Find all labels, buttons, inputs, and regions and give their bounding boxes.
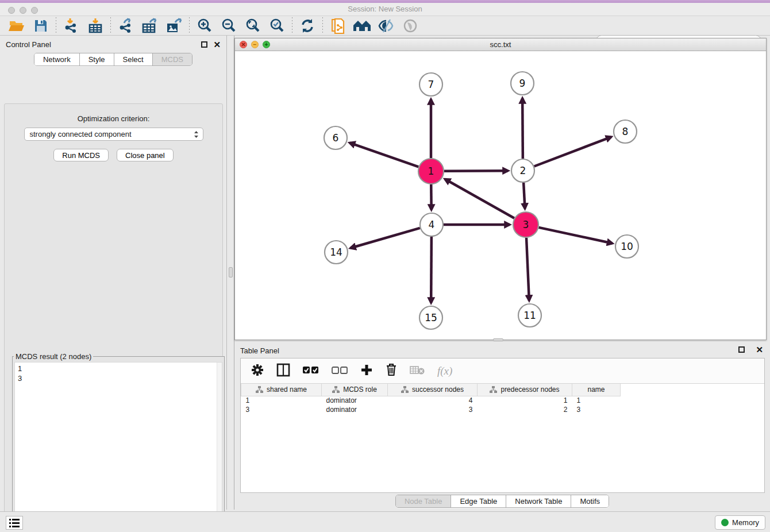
main-toolbar xyxy=(0,16,770,36)
close-window-icon[interactable] xyxy=(8,7,15,14)
export-network-icon[interactable] xyxy=(114,17,138,35)
tab-edge-table[interactable]: Edge Table xyxy=(451,495,506,507)
mcds-result-title: MCDS result (2 nodes) xyxy=(14,352,93,361)
node-label-11: 11 xyxy=(523,310,536,321)
table-row[interactable]: 3 dominator 3 2 3 xyxy=(241,405,765,414)
column-header[interactable]: name xyxy=(572,384,621,396)
mcds-panel: Optimization criterion: strongly connect… xyxy=(4,103,223,532)
select-all-icon[interactable] xyxy=(303,366,319,376)
export-image-icon[interactable] xyxy=(162,17,186,35)
table-toolbar: f(x) xyxy=(241,358,764,384)
edge-2-9[interactable] xyxy=(522,98,523,159)
import-table-icon[interactable] xyxy=(83,17,107,35)
column-header[interactable]: MCDS role xyxy=(322,384,388,396)
network-window-titlebar[interactable]: ✕ − + scc.txt xyxy=(235,38,766,51)
clone-document-icon[interactable] xyxy=(326,17,350,35)
export-table-icon[interactable] xyxy=(138,17,162,35)
toolbar-separator xyxy=(56,17,56,34)
tab-style[interactable]: Style xyxy=(80,53,114,65)
edge-2-8[interactable] xyxy=(534,137,611,166)
edge-3-1[interactable] xyxy=(445,179,514,218)
optimization-criterion-label: Optimization criterion: xyxy=(5,114,222,123)
tab-mcds[interactable]: MCDS xyxy=(153,53,192,65)
minimize-network-icon[interactable]: − xyxy=(251,41,259,48)
node-label-14: 14 xyxy=(330,246,342,258)
network-title: scc.txt xyxy=(235,38,766,51)
gear-icon[interactable] xyxy=(251,364,264,379)
zoom-window-icon[interactable] xyxy=(31,7,38,14)
edge-4-14[interactable] xyxy=(351,228,420,248)
list-icon xyxy=(9,519,20,527)
node-label-8: 8 xyxy=(622,126,629,137)
node-label-15: 15 xyxy=(425,312,437,323)
houses-icon[interactable] xyxy=(350,17,374,35)
node-label-7: 7 xyxy=(428,79,434,90)
float-panel-icon[interactable] xyxy=(201,41,207,48)
tab-motifs[interactable]: Motifs xyxy=(571,495,609,507)
table-panel: Table Panel ✕ xyxy=(234,342,770,510)
zoom-selected-icon[interactable] xyxy=(265,17,289,35)
control-panel-tabs: Network Style Select MCDS xyxy=(34,53,192,66)
tab-network-table[interactable]: Network Table xyxy=(506,495,571,507)
titlebar: Session: New Session xyxy=(0,3,770,16)
memory-button[interactable]: Memory xyxy=(715,515,765,530)
edge-1-2[interactable] xyxy=(444,171,508,171)
half-eye-icon[interactable] xyxy=(374,17,398,35)
zoom-in-icon[interactable] xyxy=(192,17,217,35)
clear-selection-icon[interactable] xyxy=(332,366,348,376)
close-table-panel-icon[interactable]: ✕ xyxy=(756,345,763,354)
refresh-layout-icon[interactable] xyxy=(295,17,319,35)
task-list-button[interactable] xyxy=(6,516,23,530)
node-label-2: 2 xyxy=(520,165,526,176)
control-panel: Control Panel ✕ Network Style Select MCD… xyxy=(0,36,227,510)
node-label-6: 6 xyxy=(333,132,339,144)
mcds-result-text[interactable]: 1 3 xyxy=(14,362,222,532)
tab-network[interactable]: Network xyxy=(34,53,80,65)
column-header[interactable]: shared name xyxy=(241,384,322,396)
optimization-criterion-select[interactable]: strongly connected component xyxy=(24,128,203,141)
window-title: Session: New Session xyxy=(0,3,770,16)
edge-3-10[interactable] xyxy=(538,228,612,244)
zoom-fit-icon[interactable] xyxy=(241,17,265,35)
control-panel-title: Control Panel xyxy=(6,40,51,49)
vertical-splitter[interactable] xyxy=(227,36,234,510)
float-table-panel-icon[interactable] xyxy=(738,346,745,353)
tab-node-table[interactable]: Node Table xyxy=(396,495,452,507)
close-network-icon[interactable]: ✕ xyxy=(240,41,247,48)
node-label-9: 9 xyxy=(519,78,526,89)
network-canvas[interactable]: 7968124314101511 xyxy=(235,51,766,340)
plus-icon[interactable] xyxy=(360,364,373,379)
save-icon[interactable] xyxy=(29,17,53,35)
eye-disabled-icon[interactable] xyxy=(398,17,422,35)
minimize-window-icon[interactable] xyxy=(20,7,26,14)
status-bar: Memory xyxy=(0,511,770,532)
run-mcds-button[interactable]: Run MCDS xyxy=(53,149,109,161)
maximize-network-icon[interactable]: + xyxy=(263,41,270,48)
result-scrollbar[interactable] xyxy=(217,363,222,532)
trash-icon[interactable] xyxy=(386,363,397,379)
table-tabs: Node Table Edge Table Network Table Moti… xyxy=(395,495,609,508)
edge-1-6[interactable] xyxy=(350,143,419,167)
import-network-icon[interactable] xyxy=(59,17,83,35)
node-table-container: f(x) shared name xyxy=(240,358,765,493)
select-stepper-icon xyxy=(193,130,199,141)
close-panel-icon[interactable]: ✕ xyxy=(213,40,221,49)
memory-label: Memory xyxy=(732,518,759,527)
tab-select[interactable]: Select xyxy=(114,53,153,65)
table-row[interactable]: 1 dominator 4 1 1 xyxy=(241,396,765,405)
close-panel-button[interactable]: Close panel xyxy=(117,149,174,161)
hierarchy-icon xyxy=(256,386,263,393)
node-label-4: 4 xyxy=(429,219,435,230)
network-graph[interactable]: 7968124314101511 xyxy=(235,51,766,340)
column-header[interactable]: successor nodes xyxy=(388,384,478,396)
split-columns-icon[interactable] xyxy=(276,363,290,379)
edge-3-11[interactable] xyxy=(526,238,529,300)
zoom-out-icon[interactable] xyxy=(217,17,241,35)
horizontal-splitter[interactable] xyxy=(493,338,503,341)
column-header[interactable]: predecessor nodes xyxy=(478,384,572,396)
edge-2-3[interactable] xyxy=(523,183,525,209)
mcds-result-group: MCDS result (2 nodes) 1 3 xyxy=(12,352,225,532)
edge-4-15[interactable] xyxy=(431,237,432,303)
open-folder-icon[interactable] xyxy=(5,17,29,35)
delete-table-icon xyxy=(410,365,425,377)
